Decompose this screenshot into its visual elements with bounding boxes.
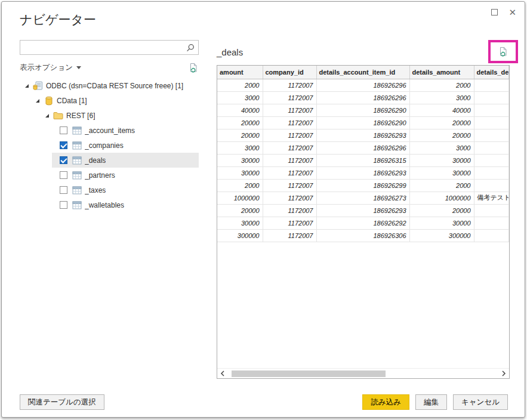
table-cell bbox=[474, 79, 509, 91]
checkbox-checked[interactable] bbox=[60, 156, 67, 164]
tree-item-companies[interactable]: _companies bbox=[52, 138, 199, 153]
horizontal-scrollbar[interactable] bbox=[217, 368, 509, 378]
column-header: details_amount bbox=[409, 66, 474, 79]
table-cell: 30000 bbox=[409, 217, 474, 229]
table-cell: 1172007 bbox=[263, 104, 316, 116]
table-row: 20000117200718692629320000 bbox=[217, 204, 509, 217]
tree-item-partners[interactable]: _partners bbox=[52, 168, 199, 183]
tree-item-label: ODBC (dsn=CData REST Source freee) [1] bbox=[46, 82, 183, 90]
table-icon bbox=[72, 200, 82, 210]
tree-item-label: _companies bbox=[85, 141, 124, 150]
table-cell bbox=[474, 179, 509, 192]
tree-item-deals[interactable]: _deals bbox=[52, 153, 199, 168]
table-cell: 300000 bbox=[217, 229, 263, 242]
table-cell: 1172007 bbox=[263, 229, 316, 242]
column-header: company_id bbox=[263, 66, 316, 79]
table-icon bbox=[72, 186, 82, 195]
table-cell: 30000 bbox=[217, 166, 263, 179]
preview-table: amountcompany_iddetails_account_item_idd… bbox=[217, 66, 509, 242]
checkbox-unchecked[interactable] bbox=[60, 186, 67, 194]
table-cell bbox=[474, 229, 509, 242]
table-cell: 3000 bbox=[409, 141, 474, 154]
refresh-preview-icon[interactable] bbox=[498, 47, 508, 57]
scrollbar-track[interactable] bbox=[228, 369, 498, 379]
table-cell: 186926299 bbox=[316, 179, 409, 192]
table-cell: 3000 bbox=[409, 91, 474, 104]
tree-item-cdata[interactable]: CData [1] bbox=[20, 93, 199, 108]
table-cell: 186926290 bbox=[316, 116, 409, 129]
table-row: 30000117200718692629330000 bbox=[217, 166, 509, 179]
table-cell: 1172007 bbox=[263, 91, 316, 104]
table-cell: 1172007 bbox=[263, 204, 316, 217]
table-cell bbox=[474, 204, 509, 217]
table-cell bbox=[474, 154, 509, 166]
display-options-dropdown[interactable]: 表示オプション bbox=[20, 63, 73, 73]
refresh-tree-icon[interactable] bbox=[188, 63, 199, 73]
table-cell: 186926315 bbox=[316, 154, 409, 166]
checkbox-unchecked[interactable] bbox=[60, 171, 67, 179]
checkbox-checked[interactable] bbox=[60, 141, 67, 149]
table-cell: 1172007 bbox=[263, 192, 316, 204]
search-icon[interactable] bbox=[183, 44, 198, 52]
close-icon[interactable]: ✕ bbox=[508, 8, 516, 17]
table-icon bbox=[72, 171, 82, 180]
tree-item-label: _account_items bbox=[85, 126, 135, 135]
table-cell: 1172007 bbox=[263, 116, 316, 129]
expander-icon[interactable] bbox=[34, 97, 41, 104]
table-cell: 186926273 bbox=[316, 192, 409, 204]
tree-item-walletables[interactable]: _walletables bbox=[52, 197, 199, 212]
table-cell: 186926306 bbox=[316, 229, 409, 242]
tree-item-label: _walletables bbox=[85, 201, 124, 209]
select-related-tables-button[interactable]: 関連テーブルの選択 bbox=[20, 394, 104, 410]
checkbox-unchecked[interactable] bbox=[60, 126, 67, 134]
table-cell: 186926293 bbox=[316, 129, 409, 141]
search-input[interactable] bbox=[20, 41, 183, 54]
scroll-left-icon[interactable] bbox=[217, 370, 228, 376]
table-cell: 186926290 bbox=[316, 104, 409, 116]
table-cell: 1000000 bbox=[409, 192, 474, 204]
table-cell bbox=[474, 104, 509, 116]
maximize-icon[interactable] bbox=[491, 9, 498, 16]
table-cell: 1172007 bbox=[263, 179, 316, 192]
table-cell: 20000 bbox=[409, 204, 474, 217]
tree-item-taxes[interactable]: _taxes bbox=[52, 183, 199, 197]
table-cell: 300000 bbox=[409, 229, 474, 242]
table-cell: 40000 bbox=[409, 104, 474, 116]
table-cell: 186926292 bbox=[316, 217, 409, 229]
preview-table-body: 2000117200718692629620003000117200718692… bbox=[217, 79, 509, 242]
preview-table-container: amountcompany_iddetails_account_item_idd… bbox=[217, 65, 510, 379]
expander-icon[interactable] bbox=[23, 82, 30, 89]
data-source-icon bbox=[33, 81, 43, 91]
table-cell: 30000 bbox=[409, 166, 474, 179]
table-cell: 2000 bbox=[217, 79, 263, 91]
table-row: 30000117200718692631530000 bbox=[217, 154, 509, 166]
expander-icon[interactable] bbox=[44, 112, 51, 119]
table-cell: 186926293 bbox=[316, 166, 409, 179]
checkbox-unchecked[interactable] bbox=[60, 201, 67, 209]
preview-title: _deals bbox=[217, 47, 243, 57]
table-row: 20000117200718692629020000 bbox=[217, 116, 509, 129]
table-cell bbox=[474, 141, 509, 154]
load-button[interactable]: 読み込み bbox=[362, 394, 409, 410]
table-cell: 1172007 bbox=[263, 217, 316, 229]
table-row: 40000117200718692629040000 bbox=[217, 104, 509, 116]
tree-item-rest[interactable]: REST [6] bbox=[20, 108, 199, 123]
table-cell bbox=[474, 217, 509, 229]
table-cell: 2000 bbox=[217, 179, 263, 192]
source-tree: ODBC (dsn=CData REST Source freee) [1] C… bbox=[20, 78, 199, 212]
table-cell bbox=[474, 129, 509, 141]
table-cell: 186926293 bbox=[316, 204, 409, 217]
table-cell: 備考テスト bbox=[474, 192, 509, 204]
tree-item-odbc[interactable]: ODBC (dsn=CData REST Source freee) [1] bbox=[20, 78, 199, 93]
edit-button[interactable]: 編集 bbox=[415, 394, 447, 410]
scrollbar-thumb[interactable] bbox=[232, 370, 386, 377]
tree-item-label: REST [6] bbox=[66, 112, 95, 120]
tree-item-account-items[interactable]: _account_items bbox=[52, 123, 199, 138]
table-cell: 1000000 bbox=[217, 192, 263, 204]
table-row: 30000117200718692629230000 bbox=[217, 217, 509, 229]
table-icon bbox=[72, 141, 82, 150]
annotation-highlight bbox=[488, 40, 518, 63]
column-header: details_des bbox=[474, 66, 509, 79]
scroll-right-icon[interactable] bbox=[498, 370, 509, 376]
cancel-button[interactable]: キャンセル bbox=[453, 394, 508, 410]
